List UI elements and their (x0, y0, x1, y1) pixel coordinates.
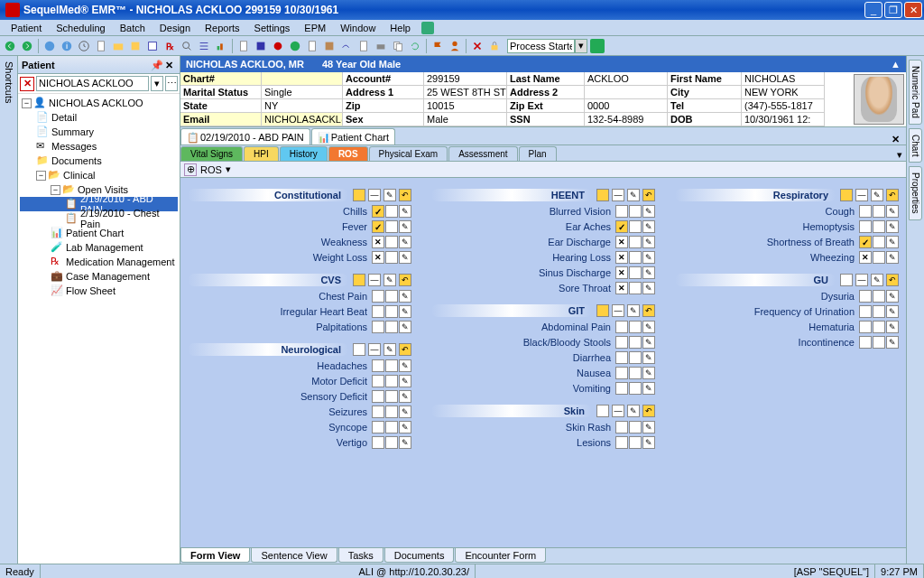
edit-icon[interactable]: ✎ (886, 321, 899, 333)
edit-icon[interactable]: ✎ (399, 305, 411, 318)
patient-options[interactable]: ⋯ (165, 76, 178, 91)
ros-checkbox[interactable] (859, 251, 872, 264)
btab-encounterform[interactable]: Encounter Form (455, 548, 546, 563)
edit-icon[interactable]: ✎ (399, 290, 411, 303)
edit-icon[interactable]: ✎ (642, 220, 655, 233)
ros-checkbox[interactable] (615, 282, 628, 294)
ros-checkbox[interactable] (615, 351, 628, 364)
edit-icon[interactable]: ✎ (399, 220, 411, 233)
tree-messages[interactable]: ✉Messages (20, 139, 178, 154)
page-icon[interactable] (93, 38, 109, 54)
ros-checkbox[interactable] (385, 305, 398, 318)
ros-checkbox[interactable] (859, 220, 872, 233)
ros-checkbox[interactable] (385, 375, 398, 387)
edit-icon[interactable]: ✎ (871, 189, 883, 201)
edit-icon[interactable]: ✎ (627, 405, 640, 417)
tab-plan[interactable]: Plan (519, 146, 557, 161)
reset-icon[interactable]: ↶ (399, 189, 411, 201)
delete-icon[interactable] (469, 38, 485, 54)
reset-icon[interactable]: ↶ (642, 304, 655, 317)
ros-checkbox[interactable] (629, 282, 642, 294)
btab-documents[interactable]: Documents (384, 548, 455, 563)
ros-checkbox[interactable] (385, 205, 398, 218)
ros-checkbox[interactable] (353, 343, 365, 356)
ros-checkbox[interactable] (873, 290, 885, 303)
tab-vitalsigns[interactable]: Vital Signs (180, 146, 243, 161)
menu-window[interactable]: Window (333, 22, 383, 34)
print-icon[interactable] (373, 38, 389, 54)
lock-icon[interactable] (486, 38, 503, 54)
new-icon[interactable] (236, 38, 252, 54)
ros-checkbox[interactable] (615, 382, 628, 395)
ros-checkbox[interactable] (353, 189, 365, 201)
ros-checkbox[interactable] (840, 274, 853, 286)
edit-icon[interactable]: ✎ (399, 436, 411, 449)
edit-icon[interactable]: ✎ (642, 282, 655, 294)
ros-checkbox[interactable] (629, 367, 642, 379)
ros-checkbox[interactable] (629, 382, 642, 395)
ros-checkbox[interactable] (596, 304, 609, 317)
ros-checkbox[interactable] (372, 406, 384, 418)
copy-icon[interactable] (390, 38, 406, 54)
book-icon[interactable] (321, 38, 337, 54)
edit-icon[interactable]: ✎ (642, 321, 655, 333)
tab-patientchart[interactable]: 📊Patient Chart (311, 128, 395, 144)
ros-checkbox[interactable] (372, 390, 384, 403)
ros-checkbox[interactable] (873, 220, 885, 233)
sign-icon[interactable] (338, 38, 355, 54)
ros-checkbox[interactable] (615, 367, 628, 379)
forward-button[interactable] (19, 38, 35, 54)
edit-icon[interactable]: ✎ (642, 251, 655, 264)
breadcrumb-back[interactable]: ⊕ (184, 163, 197, 176)
save-icon[interactable] (253, 38, 269, 54)
ros-checkbox[interactable] (855, 274, 868, 286)
breadcrumb-dropdown[interactable]: ▾ (226, 163, 231, 175)
ros-checkbox[interactable] (368, 189, 381, 201)
tab-history[interactable]: History (280, 146, 328, 161)
menu-epm[interactable]: EPM (297, 22, 333, 34)
home-icon[interactable] (42, 38, 58, 54)
ros-checkbox[interactable] (372, 251, 384, 264)
record-icon[interactable] (270, 38, 286, 54)
tree-clinical[interactable]: −📂Clinical (20, 168, 178, 182)
help-icon[interactable] (421, 22, 434, 34)
tree-root[interactable]: −👤NICHOLAS ACKLOO (20, 96, 178, 110)
ros-checkbox[interactable] (629, 421, 642, 434)
ros-checkbox[interactable] (385, 421, 398, 434)
ros-checkbox[interactable] (873, 251, 885, 264)
ros-checkbox[interactable] (372, 290, 384, 303)
menu-reports[interactable]: Reports (198, 22, 247, 34)
ros-checkbox[interactable] (372, 436, 384, 449)
ros-checkbox[interactable] (615, 421, 628, 434)
tree-summary[interactable]: 📄Summary (20, 125, 178, 139)
edit-icon[interactable]: ✎ (642, 421, 655, 434)
ros-checkbox[interactable] (615, 321, 628, 333)
ros-checkbox[interactable] (629, 205, 642, 218)
ros-checkbox[interactable] (385, 220, 398, 233)
ros-checkbox[interactable] (596, 405, 609, 417)
tree-visit-chestpain[interactable]: 📋2/19/2010 - Chest Pain (20, 211, 178, 226)
minimize-button[interactable]: _ (864, 2, 882, 18)
ros-checkbox[interactable] (615, 336, 628, 349)
user-icon[interactable] (447, 38, 463, 54)
ros-checkbox[interactable] (859, 305, 872, 318)
ros-checkbox[interactable] (385, 236, 398, 248)
menu-settings[interactable]: Settings (247, 22, 298, 34)
edit-icon[interactable]: ✎ (399, 251, 411, 264)
edit-icon[interactable]: ✎ (642, 205, 655, 218)
edit-icon[interactable]: ✎ (383, 274, 396, 286)
edit-icon[interactable]: ✎ (642, 336, 655, 349)
tab-physicalexam[interactable]: Physical Exam (369, 146, 448, 161)
calendar-icon[interactable] (144, 38, 161, 54)
edit-icon[interactable]: ✎ (871, 274, 883, 286)
edit-icon[interactable]: ✎ (383, 343, 396, 356)
ros-checkbox[interactable] (873, 321, 885, 333)
edit-icon[interactable]: ✎ (399, 421, 411, 434)
edit-icon[interactable]: ✎ (642, 367, 655, 379)
ros-checkbox[interactable] (612, 189, 624, 201)
ros-checkbox[interactable] (859, 205, 872, 218)
ros-checkbox[interactable] (372, 220, 384, 233)
chart-icon[interactable] (213, 38, 229, 54)
ros-checkbox[interactable] (629, 220, 642, 233)
tab-assessment[interactable]: Assessment (448, 146, 517, 161)
